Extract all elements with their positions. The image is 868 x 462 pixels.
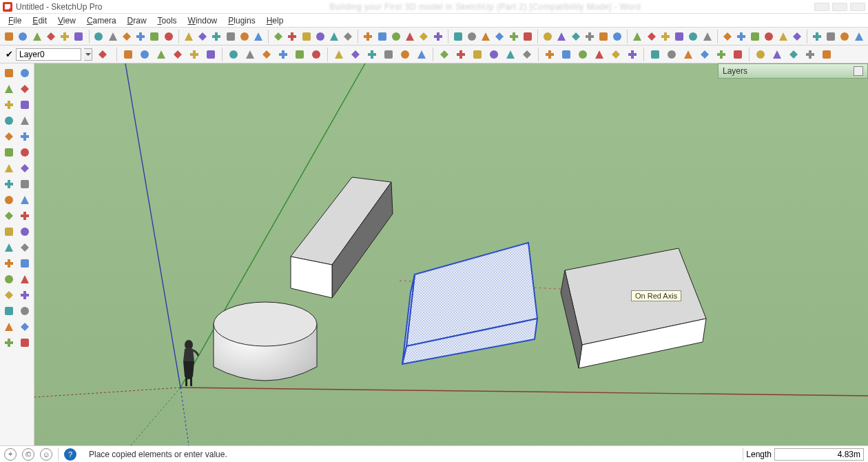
tool-zoom-icon[interactable] [1,271,17,287]
tb2-styles-icon[interactable] [226,47,241,62]
tb2-cube-y-icon[interactable] [786,47,801,62]
tool-axes-icon[interactable] [1,239,17,255]
tb2-path-icon[interactable] [559,47,574,62]
tool-look-icon[interactable] [17,319,33,334]
tb1-push-pull-icon[interactable] [286,29,298,44]
tb2-texture-icon[interactable] [697,47,712,62]
tb1-bezier-icon[interactable] [224,29,236,44]
length-field[interactable] [774,448,864,461]
tb1-model-info-icon[interactable] [148,29,161,44]
tb1-polygon-icon[interactable] [252,29,265,44]
minimize-button[interactable] [814,3,829,11]
tb1-plant-icon[interactable] [853,29,865,44]
tb2-layer-vis-icon[interactable] [121,47,136,62]
tool-camera-icon[interactable] [17,303,33,319]
tool-prev-icon[interactable] [1,287,17,303]
tb1-tree-icon[interactable] [811,29,823,44]
tool-rectangle-icon[interactable] [1,97,17,112]
tb1-copy-icon[interactable] [45,29,57,44]
tb2-bucket-icon[interactable] [648,47,663,62]
tb2-flip-icon[interactable] [453,47,468,62]
tb1-xray-icon[interactable] [701,29,713,44]
tb1-follow-me-icon[interactable] [314,29,327,44]
tb2-sandbox-icon[interactable] [381,47,396,62]
tb2-match-photo-icon[interactable] [187,47,202,62]
tb1-undo-icon[interactable] [3,29,15,44]
menu-edit[interactable]: Edit [28,16,51,26]
tool-scale-icon[interactable] [17,192,33,208]
tb1-bulb-icon[interactable] [749,29,761,44]
layers-panel[interactable]: Layers [718,63,868,79]
tb1-3d-text-icon[interactable] [432,29,444,44]
tb1-scale-icon[interactable] [328,29,340,44]
menu-camera[interactable]: Camera [83,16,121,26]
tb1-next-icon[interactable] [555,29,568,44]
menu-draw[interactable]: Draw [123,16,151,26]
tb1-bush-icon[interactable] [838,29,851,44]
tb2-person-icon[interactable] [592,47,607,62]
tool-curve-icon[interactable] [17,144,33,160]
tool-dim-icon[interactable] [17,208,33,223]
tb1-left-icon[interactable] [659,29,672,44]
tb2-materials-icon[interactable] [203,47,218,62]
tb2-sun-icon[interactable] [503,47,518,62]
tb1-play-icon[interactable] [763,29,775,44]
tb2-clean-icon[interactable] [575,47,590,62]
tb1-new-icon[interactable] [92,29,105,44]
tb1-rectangle-icon[interactable] [196,29,209,44]
tb1-open-icon[interactable] [107,29,119,44]
help-icon[interactable]: ? [64,448,76,461]
tb1-text-icon[interactable] [417,29,430,44]
status-icon-user[interactable]: ☺ [40,448,52,461]
tb1-orbit-icon[interactable] [479,29,492,44]
tool-polygon-icon[interactable] [1,128,17,144]
viewport-3d[interactable]: On Red Axis Layers [34,63,868,445]
tb1-circle-icon[interactable] [238,29,251,44]
tool-move-icon[interactable] [1,160,17,176]
tb1-line-icon[interactable] [163,29,175,44]
menu-tools[interactable]: Tools [154,16,181,26]
tb2-box-wire-icon[interactable] [664,47,679,62]
tb2-box-solid-icon[interactable] [681,47,696,62]
tool-pie-icon[interactable] [17,128,33,144]
menu-view[interactable]: View [54,16,80,26]
tb2-smooth-icon[interactable] [364,47,380,62]
tb1-top-icon[interactable] [597,29,610,44]
tb2-w-icon[interactable] [276,47,291,62]
tb2-scenes-icon[interactable] [242,47,258,62]
tb2-book-icon[interactable] [608,47,623,62]
layer-manager-icon[interactable] [95,47,110,62]
tb1-redo-icon[interactable] [17,29,29,44]
tb1-rec-icon[interactable] [791,29,803,44]
close-button[interactable] [850,3,865,11]
tb2-r-icon[interactable] [292,47,307,62]
tb1-print-icon[interactable] [134,29,147,44]
tool-eraser-icon[interactable] [17,81,33,97]
tb1-zoom-icon[interactable] [493,29,506,44]
tb2-north-icon[interactable] [519,47,535,62]
tb2-palette-icon[interactable] [625,47,640,62]
layer-dropdown-arrow[interactable] [84,48,92,61]
menu-plugins[interactable]: Plugins [224,16,259,26]
tool-walk-icon[interactable] [1,319,17,334]
tb1-views-icon[interactable] [569,29,581,44]
tool-freehand-icon[interactable] [1,144,17,160]
maximize-button[interactable] [832,3,847,11]
tool-protractor-icon[interactable] [17,239,33,255]
tool-zoom-ext-icon[interactable] [17,271,33,287]
tb2-rt-icon[interactable] [309,47,324,62]
tool-follow-icon[interactable] [17,176,33,192]
tb1-zoom-window-icon[interactable] [508,29,520,44]
tb1-skin-icon[interactable] [721,29,734,44]
tool-3dtext-icon[interactable] [17,223,33,239]
tool-arc-icon[interactable] [17,112,33,128]
tb1-freehand-icon[interactable] [183,29,195,44]
tb2-light-icon[interactable] [542,47,557,62]
tb1-right-icon[interactable] [631,29,643,44]
status-icon-geo[interactable]: ⌖ [4,448,17,461]
layer-selector[interactable]: ✔ [3,47,113,62]
tb1-grass-icon[interactable] [825,29,837,44]
tool-paint-icon[interactable] [17,65,33,81]
layers-panel-header[interactable]: Layers [718,63,868,79]
tb1-move-icon[interactable] [272,29,285,44]
